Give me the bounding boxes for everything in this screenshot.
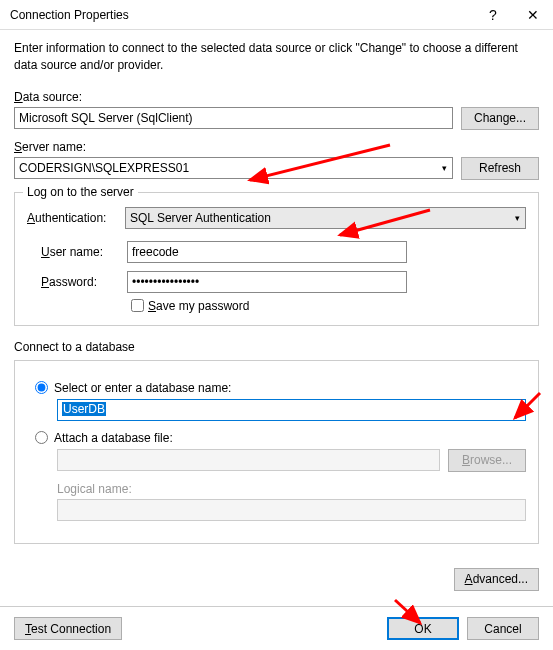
dialog-footer: Test Connection OK Cancel [0, 606, 553, 650]
ok-button[interactable]: OK [387, 617, 459, 640]
password-field[interactable] [127, 271, 407, 293]
select-db-label: Select or enter a database name: [54, 381, 231, 395]
chevron-down-icon[interactable]: ▾ [518, 405, 523, 415]
data-source-field [14, 107, 453, 129]
attach-file-field [57, 449, 440, 471]
select-db-radio[interactable] [35, 381, 48, 394]
chevron-down-icon[interactable]: ▾ [515, 213, 520, 223]
data-source-label: Data source: [14, 90, 539, 104]
authentication-select[interactable]: SQL Server Authentication ▾ [125, 207, 526, 229]
chevron-down-icon[interactable]: ▾ [442, 163, 447, 173]
server-name-label: Server name: [14, 140, 539, 154]
logical-name-field [57, 499, 526, 521]
save-password-checkbox[interactable] [131, 299, 144, 312]
password-label: Password: [27, 275, 117, 289]
browse-button: BBrowse...rowse... [448, 449, 526, 472]
help-icon[interactable]: ? [473, 0, 513, 30]
logical-name-label: Logical name: [57, 482, 526, 496]
attach-file-label: Attach a database file: [54, 431, 173, 445]
cancel-button[interactable]: Cancel [467, 617, 539, 640]
authentication-label: Authentication: [27, 211, 117, 225]
change-button[interactable]: Change... [461, 107, 539, 130]
attach-file-radio[interactable] [35, 431, 48, 444]
connect-db-label: Connect to a database [14, 340, 539, 354]
advanced-button[interactable]: Advanced... [454, 568, 539, 591]
logon-legend: Log on to the server [23, 185, 138, 199]
username-field[interactable] [127, 241, 407, 263]
title-bar: Connection Properties ? ✕ [0, 0, 553, 30]
database-name-combo[interactable]: UserDB ▾ [57, 399, 526, 421]
save-password-label: Save my password [148, 299, 249, 313]
intro-text: Enter information to connect to the sele… [14, 40, 539, 74]
server-name-combo[interactable]: CODERSIGN\SQLEXPRESS01 ▾ [14, 157, 453, 179]
username-label: User name: [27, 245, 117, 259]
close-icon[interactable]: ✕ [513, 0, 553, 30]
window-title: Connection Properties [10, 8, 473, 22]
refresh-button[interactable]: Refresh [461, 157, 539, 180]
test-connection-button[interactable]: Test Connection [14, 617, 122, 640]
